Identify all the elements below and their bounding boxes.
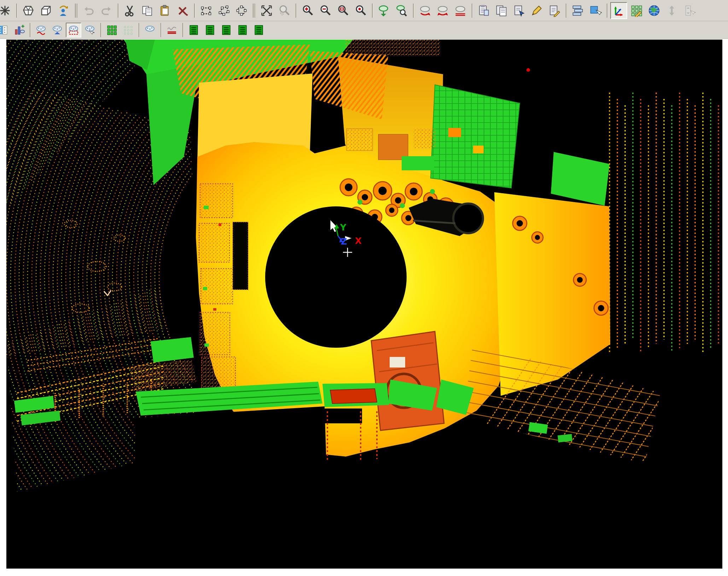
scroll-pane[interactable]: [681, 2, 698, 19]
toolbar-separator: [100, 23, 101, 37]
delete[interactable]: [174, 2, 191, 19]
zoom-extents[interactable]: [352, 2, 369, 19]
edge-snap-tool[interactable]: [0, 2, 13, 19]
undo[interactable]: [80, 2, 97, 19]
toolbar-point-cloud: [0, 21, 728, 39]
pointcloud-panel-4[interactable]: [235, 23, 250, 37]
pointcloud-panel-2[interactable]: [202, 23, 218, 37]
view-selection[interactable]: [393, 2, 410, 19]
cloud-erase[interactable]: [33, 23, 49, 37]
axis-label-y: Y: [340, 223, 346, 233]
cloud-pick[interactable]: [82, 23, 98, 37]
cloud-select[interactable]: [66, 23, 81, 37]
cloud-view[interactable]: [142, 23, 158, 37]
grid-points[interactable]: [120, 23, 136, 37]
toolbar-separator: [413, 4, 414, 18]
fence-rectangle[interactable]: [198, 2, 215, 19]
zoom-in[interactable]: [299, 2, 316, 19]
view-all[interactable]: [375, 2, 392, 19]
fence-polygon[interactable]: [215, 2, 232, 19]
toolbar-separator: [296, 4, 296, 18]
color-by-intensity[interactable]: [0, 23, 11, 37]
annotate[interactable]: [528, 2, 545, 19]
pointcloud-panel-3[interactable]: [219, 23, 234, 37]
level-viewpoint[interactable]: [452, 2, 469, 19]
redo[interactable]: [98, 2, 115, 19]
zoom-window[interactable]: [334, 2, 351, 19]
toolbar-separator: [194, 4, 195, 18]
toolbar-separator: [253, 4, 255, 18]
toolbar-separator: [16, 4, 17, 18]
viewport[interactable]: Y Z X: [6, 40, 722, 569]
toolbar-separator: [372, 4, 373, 18]
view-cube[interactable]: [20, 2, 37, 19]
copy-object[interactable]: [475, 2, 492, 19]
fence-circle[interactable]: [233, 2, 250, 19]
object-picker[interactable]: [587, 2, 604, 19]
capture-view[interactable]: [546, 2, 563, 19]
toolbar-separator: [118, 4, 118, 18]
copy[interactable]: [139, 2, 156, 19]
viewer-position[interactable]: [55, 2, 72, 19]
cut[interactable]: [121, 2, 138, 19]
pillar: [233, 222, 248, 290]
view-box[interactable]: [37, 2, 54, 19]
toolbar-separator: [161, 23, 161, 37]
axis-label-x: X: [355, 236, 362, 246]
grid-cells[interactable]: [104, 23, 120, 37]
grid-display[interactable]: [628, 2, 645, 19]
pointcloud-panel-5[interactable]: [251, 23, 267, 37]
scroll-vertical[interactable]: [663, 2, 680, 19]
paste[interactable]: [157, 2, 174, 19]
paste-special[interactable]: [511, 2, 528, 19]
pointcloud-panel-1[interactable]: [186, 23, 202, 37]
world-view[interactable]: [646, 2, 663, 19]
toolbar-standard: [0, 0, 728, 21]
color-by-elevation[interactable]: [11, 23, 27, 37]
toolbar-separator: [472, 4, 472, 18]
rotate-viewpoint[interactable]: [417, 2, 433, 19]
layer-manager[interactable]: [569, 2, 586, 19]
toolbar-separator: [30, 23, 30, 37]
zoom-pick[interactable]: [276, 2, 293, 19]
cloud-restore[interactable]: [49, 23, 65, 37]
axis-display[interactable]: [610, 2, 627, 19]
scanline-remove[interactable]: [164, 23, 180, 37]
toolbar-separator: [566, 4, 566, 18]
toolbar-separator: [75, 4, 77, 18]
zoom-out[interactable]: [317, 2, 334, 19]
axis-label-z: Z: [341, 237, 347, 247]
toolbar-separator: [607, 4, 607, 18]
spin-viewpoint[interactable]: [434, 2, 451, 19]
toolbar-separator: [182, 23, 183, 37]
point-cloud-scene: Y Z X: [6, 40, 722, 569]
equipment-unit: [371, 331, 444, 430]
multi-pick[interactable]: [258, 2, 275, 19]
toolbar-separator: [139, 23, 139, 37]
duplicate-object[interactable]: [493, 2, 510, 19]
